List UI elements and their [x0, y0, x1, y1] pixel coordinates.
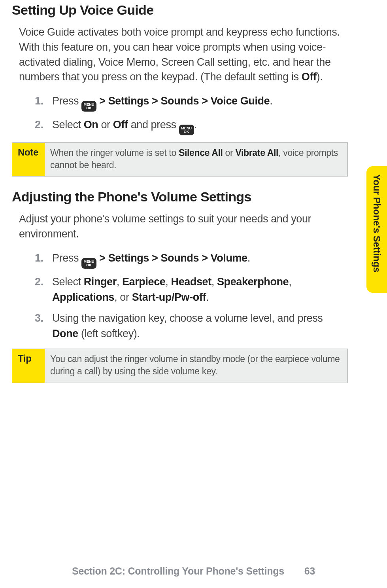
menu-ok-key-icon: MENUOK — [81, 258, 96, 269]
page-number: 63 — [304, 565, 315, 577]
bold-done: Done — [52, 328, 78, 340]
step-number: 1. — [35, 250, 43, 266]
text: , — [165, 276, 171, 288]
menu-ok-key-icon: MENUOK — [179, 125, 194, 135]
text: or — [223, 148, 236, 158]
step-number: 2. — [35, 274, 43, 290]
bold-path: > Settings > Sounds > Voice Guide — [96, 95, 270, 107]
intro-voice-guide: Voice Guide activates both voice prompt … — [19, 25, 348, 85]
step-item: 2. Select Ringer, Earpiece, Headset, Spe… — [35, 274, 348, 305]
step-number: 1. — [35, 93, 43, 109]
page-content: Setting Up Voice Guide Voice Guide activ… — [0, 2, 372, 383]
bold-headset: Headset — [171, 276, 211, 288]
step-number: 2. — [35, 117, 43, 133]
tip-callout: Tip You can adjust the ringer volume in … — [12, 349, 348, 383]
bold-startup: Start-up/Pw-off — [132, 291, 206, 303]
bold-ringer: Ringer — [84, 276, 117, 288]
text: , — [211, 276, 217, 288]
heading-volume-settings: Adjusting the Phone's Volume Settings — [12, 189, 348, 205]
bold-vibrate-all: Vibrate All — [235, 148, 278, 158]
text: , — [117, 276, 122, 288]
section-side-tab: Your Phone's Settings — [366, 166, 387, 293]
steps-voice-guide: 1. Press MENUOK > Settings > Sounds > Vo… — [12, 93, 348, 135]
bold-speakerphone: Speakerphone — [217, 276, 289, 288]
footer-section-title: Section 2C: Controlling Your Phone's Set… — [72, 565, 284, 577]
step-item: 1. Press MENUOK > Settings > Sounds > Vo… — [35, 93, 348, 112]
bold-off: Off — [302, 71, 317, 83]
bold-on: On — [84, 119, 98, 131]
heading-voice-guide: Setting Up Voice Guide — [12, 2, 348, 18]
text: . — [247, 252, 250, 264]
text: Voice Guide activates both voice prompt … — [19, 26, 340, 83]
step-item: 2. Select On or Off and press MENUOK. — [35, 117, 348, 135]
text: When the ringer volume is set to — [50, 148, 179, 158]
text: Press — [52, 252, 81, 264]
text: , or — [114, 291, 132, 303]
page-footer: Section 2C: Controlling Your Phone's Set… — [0, 565, 387, 577]
text: . — [206, 291, 209, 303]
steps-volume-settings: 1. Press MENUOK > Settings > Sounds > Vo… — [12, 250, 348, 342]
text: Press — [52, 95, 81, 107]
text: (left softkey). — [78, 328, 140, 340]
note-callout: Note When the ringer volume is set to Si… — [12, 142, 348, 176]
text: . — [194, 119, 197, 131]
side-tab-label: Your Phone's Settings — [371, 166, 382, 272]
text: Select — [52, 119, 84, 131]
bold-earpiece: Earpiece — [122, 276, 165, 288]
tip-label: Tip — [12, 349, 45, 382]
note-text: When the ringer volume is set to Silence… — [45, 143, 347, 176]
text: and press — [128, 119, 179, 131]
text: or — [98, 119, 113, 131]
menu-ok-key-icon: MENUOK — [81, 101, 96, 112]
bold-off: Off — [113, 119, 128, 131]
step-number: 3. — [35, 311, 43, 326]
text: Using the navigation key, choose a volum… — [52, 312, 323, 324]
text: Select — [52, 276, 84, 288]
bold-silence-all: Silence All — [179, 148, 223, 158]
bold-applications: Applications — [52, 291, 114, 303]
step-item: 1. Press MENUOK > Settings > Sounds > Vo… — [35, 250, 348, 269]
text: ). — [317, 71, 323, 83]
text: . — [270, 95, 272, 107]
bold-path: > Settings > Sounds > Volume — [96, 252, 247, 264]
tip-text: You can adjust the ringer volume in stan… — [45, 349, 347, 382]
intro-volume-settings: Adjust your phone's volume settings to s… — [19, 212, 348, 242]
note-label: Note — [12, 143, 45, 176]
step-item: 3. Using the navigation key, choose a vo… — [35, 311, 348, 341]
text: , — [289, 276, 291, 288]
